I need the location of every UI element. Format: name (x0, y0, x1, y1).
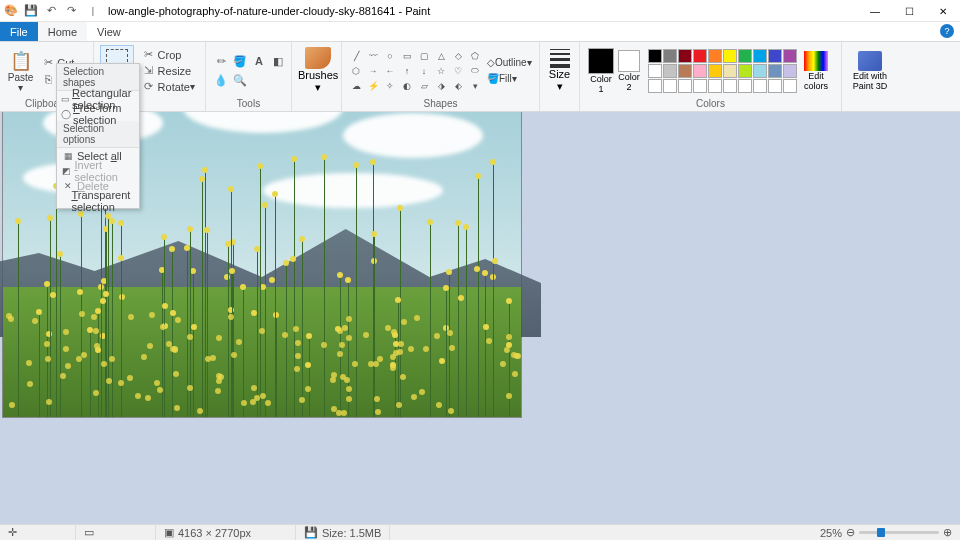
tab-file[interactable]: File (0, 22, 38, 41)
file-size: 💾Size: 1.5MB (296, 525, 390, 540)
paint3d-label: Edit with Paint 3D (853, 71, 888, 91)
palette-swatch[interactable] (708, 49, 722, 63)
color1-button[interactable]: Color 1 (588, 48, 614, 94)
palette-swatch[interactable] (648, 49, 662, 63)
text-tool[interactable]: A (250, 52, 268, 70)
palette-swatch[interactable] (693, 79, 707, 93)
zoom-in-button[interactable]: ⊕ (943, 526, 952, 539)
palette-swatch[interactable] (678, 64, 692, 78)
selection-size: ▭ (76, 525, 156, 540)
zoom-slider-thumb[interactable] (877, 528, 885, 537)
undo-icon[interactable]: ↶ (42, 2, 60, 20)
palette-swatch[interactable] (738, 79, 752, 93)
resize-label: Resize (158, 65, 192, 77)
brush-icon (305, 47, 331, 69)
group-tools: ✏ 🪣 A ◧ 💧 🔍 Tools (206, 42, 292, 111)
dimensions-text: 4163 × 2770px (178, 527, 251, 539)
edit-colors-icon (804, 51, 828, 71)
canvas-workspace[interactable] (0, 112, 960, 524)
palette-swatch[interactable] (753, 64, 767, 78)
save-icon[interactable]: 💾 (22, 2, 40, 20)
canvas-dimensions: ▣4163 × 2770px (156, 525, 296, 540)
palette-swatch[interactable] (783, 79, 797, 93)
redo-icon[interactable]: ↷ (62, 2, 80, 20)
fill-tool[interactable]: 🪣 (231, 52, 249, 70)
palette-swatch[interactable] (768, 79, 782, 93)
paint3d-button[interactable]: Edit with Paint 3D (848, 45, 892, 97)
invert-icon: ◩ (61, 166, 72, 176)
palette-swatch[interactable] (783, 64, 797, 78)
group-paint3d: Edit with Paint 3D (842, 42, 898, 111)
palette-swatch[interactable] (723, 64, 737, 78)
qat-separator: | (84, 2, 102, 20)
palette-swatch[interactable] (663, 49, 677, 63)
palette-swatch[interactable] (663, 79, 677, 93)
zoom-controls: 25% ⊖ ⊕ (820, 526, 960, 539)
palette-swatch[interactable] (693, 49, 707, 63)
shape-outline-button[interactable]: ◇ Outline ▾ (487, 55, 532, 71)
tab-view[interactable]: View (87, 22, 131, 41)
help-icon[interactable]: ? (940, 24, 954, 38)
resize-icon: ⇲ (142, 64, 156, 77)
resize-button[interactable]: ⇲Resize (138, 63, 199, 79)
palette-swatch[interactable] (708, 64, 722, 78)
window-controls: — ☐ ✕ (858, 0, 960, 22)
crosshair-icon: ✛ (8, 526, 17, 539)
maximize-button[interactable]: ☐ (892, 0, 926, 22)
palette-swatch[interactable] (648, 64, 662, 78)
tab-home[interactable]: Home (38, 22, 87, 41)
picker-tool[interactable]: 💧 (212, 71, 230, 89)
group-colors: Color 1 Color 2 Edit colors Colors (580, 42, 842, 111)
paint-app-icon: 🎨 (2, 2, 20, 20)
palette-swatch[interactable] (648, 79, 662, 93)
color2-label: Color 2 (618, 72, 640, 92)
size-button[interactable]: Size ▾ (546, 45, 573, 97)
palette-swatch[interactable] (783, 49, 797, 63)
brushes-button[interactable]: Brushes ▾ (298, 45, 338, 97)
palette-swatch[interactable] (753, 49, 767, 63)
palette-swatch[interactable] (738, 64, 752, 78)
color2-button[interactable]: Color 2 (618, 50, 640, 92)
palette-swatch[interactable] (678, 49, 692, 63)
palette-swatch[interactable] (693, 64, 707, 78)
size-label: Size (549, 68, 570, 80)
palette-swatch[interactable] (738, 49, 752, 63)
shapes-group-label: Shapes (342, 97, 539, 111)
palette-swatch[interactable] (723, 79, 737, 93)
dd-freeform-selection[interactable]: ◯Free-form selection (57, 106, 139, 121)
minimize-button[interactable]: — (858, 0, 892, 22)
group-brushes: Brushes ▾ (292, 42, 342, 111)
pencil-tool[interactable]: ✏ (212, 52, 230, 70)
close-button[interactable]: ✕ (926, 0, 960, 22)
palette-swatch[interactable] (723, 49, 737, 63)
colors-group-label: Colors (580, 97, 841, 111)
palette-swatch[interactable] (708, 79, 722, 93)
rotate-button[interactable]: ⟳Rotate ▾ (138, 79, 199, 95)
shapes-gallery[interactable]: ╱〰○▭▢△◇⬠ ⬡→←↑↓☆♡⬭ ☁⚡✧◐▱⬗⬖▾ (348, 49, 483, 93)
paste-dropdown-arrow: ▾ (18, 83, 23, 93)
window-title: low-angle-photography-of-nature-under-cl… (108, 5, 430, 17)
paint3d-group-label (842, 97, 898, 111)
size-icon (550, 49, 570, 68)
zoom-out-button[interactable]: ⊖ (846, 526, 855, 539)
ribbon: 📋 Paste ▾ ✂Cut ⎘Copy Clipboard Select ▾ … (0, 42, 960, 112)
quick-access-toolbar: 🎨 💾 ↶ ↷ | (0, 0, 104, 21)
color-palette[interactable] (648, 49, 797, 93)
palette-swatch[interactable] (768, 64, 782, 78)
free-select-icon: ◯ (61, 109, 71, 119)
edit-colors-button[interactable]: Edit colors (797, 45, 835, 97)
dd-transparent-selection[interactable]: Transparent selection (57, 193, 139, 208)
zoom-slider[interactable] (859, 531, 939, 534)
eraser-tool[interactable]: ◧ (269, 52, 287, 70)
selectall-icon: ▦ (61, 151, 75, 161)
palette-swatch[interactable] (768, 49, 782, 63)
palette-swatch[interactable] (678, 79, 692, 93)
paste-button[interactable]: 📋 Paste ▾ (6, 45, 35, 97)
rotate-icon: ⟳ (142, 80, 156, 93)
disk-icon: 💾 (304, 526, 318, 539)
magnifier-tool[interactable]: 🔍 (231, 71, 249, 89)
palette-swatch[interactable] (663, 64, 677, 78)
crop-button[interactable]: ✂Crop (138, 47, 199, 63)
palette-swatch[interactable] (753, 79, 767, 93)
shape-fill-button[interactable]: 🪣 Fill ▾ (487, 71, 532, 87)
